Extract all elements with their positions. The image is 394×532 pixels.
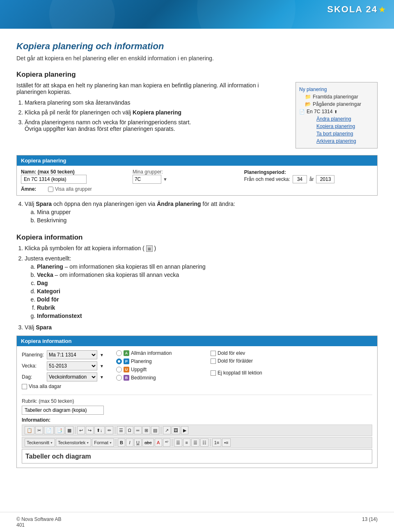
type-icon-bedomning: B <box>124 375 129 381</box>
section2-heading: Kopiera information <box>16 233 378 242</box>
page-subtitle: Det går att kopiera en hel planering ell… <box>16 55 378 62</box>
namn-col: Namn: (max 50 tecken) <box>21 169 128 184</box>
tb-media[interactable]: ▶ <box>181 426 188 434</box>
tb-strikethrough[interactable]: abc <box>142 438 154 447</box>
tb-arrow[interactable]: ↗ <box>163 426 171 434</box>
tb-teckensnitt[interactable]: Teckensnitt <box>25 438 55 447</box>
tb-sort[interactable]: ⬆↓ <box>94 426 105 434</box>
tb-copy2[interactable]: 📑 <box>55 426 64 434</box>
info-left-col: Planering: Ma 7:1 1314 ▼ Vecka: 51-2013 … <box>22 350 104 391</box>
planering-select[interactable]: Ma 7:1 1314 <box>47 350 97 359</box>
tb-image[interactable]: 🖼 <box>172 426 180 434</box>
tree-pagaende: 📂Pågående planeringar <box>299 100 374 108</box>
tb-undo[interactable]: ↩ <box>77 426 85 434</box>
radio-planering[interactable]: P Planering <box>116 358 198 364</box>
tb-paste[interactable]: 📋 <box>25 426 34 434</box>
tb-underline[interactable]: U <box>134 438 142 447</box>
form-header: Kopiera planering <box>17 155 377 166</box>
visa-alla-checkbox[interactable] <box>48 187 53 192</box>
tb-bold[interactable]: B <box>118 438 125 447</box>
step-2: Klicka på pil neråt för planeringen och … <box>25 109 287 116</box>
tb-redo[interactable]: ↪ <box>86 426 94 434</box>
dag-select[interactable]: Veckoinformation <box>47 372 97 381</box>
radio-allman[interactable]: A Allmän information <box>116 350 198 356</box>
text-area[interactable]: Tabeller och diagram <box>22 449 372 464</box>
tb-highlight[interactable]: ⁴⁷ <box>163 438 170 447</box>
tb-omega[interactable]: Ω <box>126 426 133 434</box>
type-icon-planering: P <box>124 358 129 364</box>
grupper-select[interactable] <box>133 175 161 184</box>
year-input[interactable] <box>316 175 334 183</box>
rubrik-input[interactable] <box>22 406 104 415</box>
tb-pencil[interactable]: ✏ <box>105 426 113 434</box>
vecka-label: Vecka: <box>22 363 44 369</box>
step2-bold: Kopiera planering <box>133 109 181 116</box>
info-sub-list: Planering – om informationen ska kopiera… <box>25 263 378 319</box>
radio-uppgift[interactable]: U Uppgift <box>116 367 198 372</box>
info-step-1: Klicka på symbolen för att kopiera infor… <box>25 245 378 252</box>
tb-teckenstorlek[interactable]: Teckenstorlek <box>56 438 91 447</box>
planering-row: Planering: Ma 7:1 1314 ▼ <box>22 350 104 359</box>
cb-dold-foralder[interactable]: Dold för förälder <box>211 358 284 364</box>
text-content: Tabeller och diagram <box>25 453 91 460</box>
tb-grid[interactable]: ⊞ <box>142 426 150 434</box>
namn-row: Namn: (max 50 tecken) Mina grupper: ▼ Pl… <box>21 169 373 184</box>
copy-icon: ⊞ <box>146 245 153 252</box>
tb-align-right[interactable]: ☰ <box>191 438 199 447</box>
step3-list: Välj Spara <box>16 324 378 331</box>
step3-spara: Spara <box>36 324 52 331</box>
cb-dold-elev[interactable]: Dold för elev <box>211 350 284 356</box>
tree-link-andra[interactable]: Ändra planering <box>299 115 374 123</box>
footer-right: 13 (14) <box>362 516 378 528</box>
tree-ny-planering[interactable]: Ny planering <box>299 86 374 93</box>
tb-list-ordered[interactable]: 1≡ <box>212 438 222 447</box>
sidebar-tree: Ny planering 📁Framtida planeringar 📂Pågå… <box>296 82 378 148</box>
radio-bedomning-icon <box>116 375 122 381</box>
week-group: Från och med vecka: år <box>244 175 373 183</box>
tb-hrule[interactable]: ═ <box>134 426 142 434</box>
vecka-select[interactable]: 51-2013 <box>47 361 97 370</box>
page-num: 401 <box>16 522 62 528</box>
tree-planering-item: 📄 En 7C 1314 ⬆ <box>299 108 374 115</box>
sub-list: Mina grupper Beskrivning <box>25 209 378 224</box>
tb-table2[interactable]: ▤ <box>151 426 159 434</box>
tree-link-arkivera[interactable]: Arkivera planering <box>299 137 374 145</box>
info-section: Kopiera information Klicka på symbolen f… <box>16 233 378 331</box>
period-label: Planeringsperiod: <box>244 169 373 175</box>
tree-framtida: 📁Framtida planeringar <box>299 93 374 100</box>
tb-table[interactable]: ▦ <box>65 426 73 434</box>
tb-align-justify[interactable]: ☷ <box>200 438 208 447</box>
info-label-bold: Information: <box>22 417 372 423</box>
radio-uppgift-icon <box>116 367 122 372</box>
vecka-row: Vecka: 51-2013 ▼ <box>22 361 104 370</box>
tb-list-unordered[interactable]: •≡ <box>222 438 230 447</box>
info-right-col: Dold för elev Dold för förälder Ej koppl… <box>211 350 284 391</box>
tree-link-kopiera[interactable]: Kopiera planering <box>299 123 374 130</box>
sub-vecka: Vecka – om informationen ska kopieras ti… <box>37 272 378 278</box>
info-steps-list: Klicka på symbolen för att kopiera infor… <box>16 245 378 319</box>
tb-list[interactable]: ☰ <box>117 426 125 434</box>
toolbar-row1: 📋 ✂ 📄 📑 ▦ ↩ ↪ ⬆↓ ✏ ☰ Ω ═ ⊞ ▤ <box>22 425 372 436</box>
tree-link-tabort[interactable]: Ta bort planering <box>299 130 374 137</box>
week-input[interactable] <box>293 175 307 183</box>
kopiera-info-form: Kopiera information Planering: Ma 7:1 13… <box>16 336 378 468</box>
tb-align-left[interactable]: ☰ <box>174 438 182 447</box>
step4-andra: Ändra planering <box>157 201 201 207</box>
select-arrow: ▼ <box>163 177 167 182</box>
tb-align-center[interactable]: ≡ <box>183 438 190 447</box>
tb-italic[interactable]: I <box>126 438 133 447</box>
info-step-2: Justera eventuellt: Planering – om infor… <box>25 255 378 319</box>
tb-copy1[interactable]: 📄 <box>44 426 54 434</box>
namn-input[interactable] <box>21 175 87 184</box>
cb-ej-kopplad[interactable]: Ej kopplad till lektion <box>211 370 284 376</box>
tb-cut[interactable]: ✂ <box>35 426 43 434</box>
visa-alla-label: Visa alla grupper <box>48 186 92 192</box>
tb-font-color[interactable]: A <box>155 438 162 447</box>
tb-sep1 <box>75 427 76 434</box>
info-middle-col: A Allmän information P Planering U Uppgi… <box>116 350 198 391</box>
dag-row: Dag: Veckoinformation ▼ <box>22 372 104 381</box>
footer: © Nova Software AB 401 13 (14) <box>0 512 394 532</box>
visa-alla-dagar[interactable]: Visa alla dagar <box>22 384 104 389</box>
tb-format[interactable]: Format <box>92 438 114 447</box>
radio-bedomning[interactable]: B Bedömning <box>116 375 198 381</box>
